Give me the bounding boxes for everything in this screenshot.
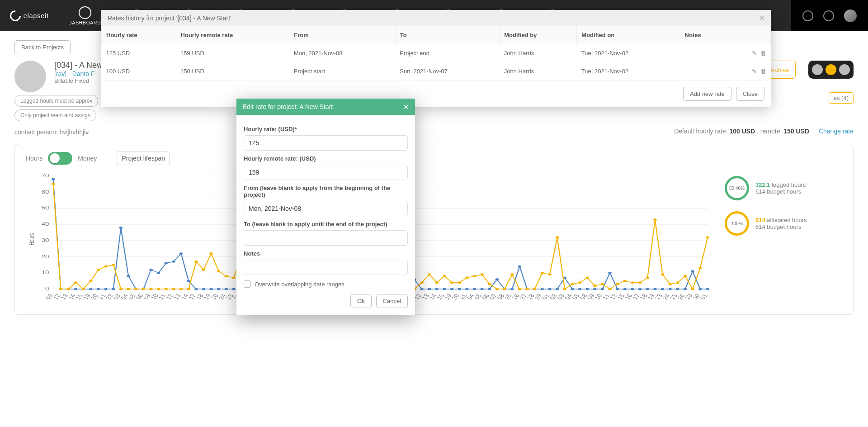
ok-button[interactable]: Ok xyxy=(350,294,372,308)
remote-rate-label: Hourly remote rate: (USD) xyxy=(244,155,408,162)
to-date-label: To (leave blank to apply until the end o… xyxy=(244,221,408,228)
notes-input[interactable] xyxy=(244,260,408,275)
hourly-rate-input[interactable] xyxy=(244,135,408,151)
edit-rate-modal: Edit rate for project: A New Start × Hou… xyxy=(236,99,415,315)
modal-close-icon[interactable]: × xyxy=(403,102,409,111)
notes-label: Notes xyxy=(244,250,408,257)
overwrite-label: Overwrite overlapping date ranges xyxy=(255,281,344,288)
hourly-rate-label: Hourly rate: (USD)* xyxy=(244,126,408,133)
cancel-button[interactable]: Cancel xyxy=(376,294,408,308)
overwrite-checkbox[interactable] xyxy=(244,280,251,288)
to-date-input[interactable] xyxy=(244,230,408,246)
modal-backdrop: Edit rate for project: A New Start × Hou… xyxy=(0,0,868,324)
from-date-input[interactable] xyxy=(244,201,408,216)
remote-rate-input[interactable] xyxy=(244,165,408,180)
from-date-label: From (leave blank to apply from the begi… xyxy=(244,185,408,198)
modal-title: Edit rate for project: A New Start xyxy=(243,103,333,110)
